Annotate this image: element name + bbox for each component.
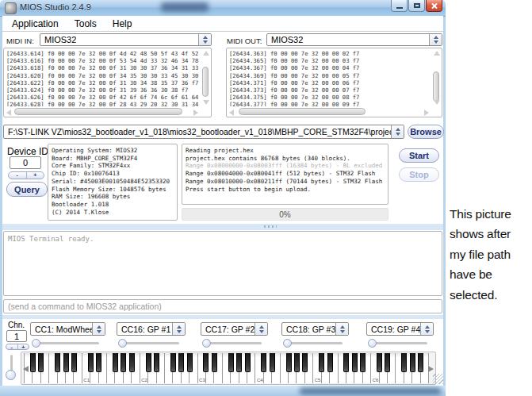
horizontal-scrollbar[interactable] [228,107,431,116]
piano-keyboard[interactable]: C1C2C3C4C5C6 [21,352,436,385]
decrement-button[interactable]: - [9,172,26,179]
start-button[interactable]: Start [399,148,439,163]
scrollbar-thumb[interactable] [14,108,182,115]
cc-slider-track[interactable] [120,342,179,344]
scroll-left-icon[interactable] [229,110,234,116]
black-key[interactable] [228,353,234,372]
black-key[interactable] [385,353,390,372]
menu-help[interactable]: Help [110,17,135,31]
scroll-up-icon[interactable] [434,51,440,56]
black-key[interactable] [113,353,118,372]
vertical-scrollbar[interactable] [431,49,441,106]
close-button[interactable] [426,0,442,12]
midi-out-monitor[interactable]: [26434.363] f0 00 00 7e 32 00 00 02 f7[2… [226,48,442,117]
terminal-command-input[interactable]: (send a command to MIOS32 application) [3,299,442,313]
black-key[interactable] [71,353,77,372]
scroll-up-icon[interactable] [203,51,209,56]
menu-tools[interactable]: Tools [72,17,99,31]
black-key[interactable] [88,353,94,372]
cc-slider-track[interactable] [33,342,99,344]
cc-slider-thumb[interactable] [118,339,127,348]
octave-right-icon[interactable] [428,366,434,372]
black-key[interactable] [261,353,266,372]
maximize-button[interactable] [408,0,425,12]
updown-icon[interactable] [172,323,185,335]
updown-icon[interactable] [255,323,267,335]
velocity-slider-thumb[interactable] [6,370,16,380]
black-key[interactable] [203,353,209,372]
updown-icon[interactable] [335,323,348,335]
scroll-right-icon[interactable] [193,110,198,116]
black-key[interactable] [401,353,407,372]
cc-select-2[interactable]: CC16: GP #1 [117,322,186,336]
scrollbar-thumb[interactable] [433,71,439,102]
updown-icon[interactable] [391,125,404,138]
black-key[interactable] [286,353,292,372]
cc-slider-track[interactable] [369,342,427,344]
black-key[interactable] [178,353,184,372]
black-key[interactable] [294,353,300,372]
increment-button[interactable]: + [17,344,29,349]
midi-in-monitor[interactable]: [26433.614] f0 00 00 7e 32 00 0f 4d 42 4… [3,48,212,117]
updown-icon[interactable] [429,34,442,45]
black-key[interactable] [352,353,358,372]
midi-out-select[interactable]: MIOS32 [266,33,442,46]
black-key[interactable] [212,353,217,372]
black-key[interactable] [55,353,60,372]
black-key[interactable] [245,353,251,372]
scroll-down-icon[interactable] [434,100,440,105]
updown-icon[interactable] [92,323,105,335]
updown-icon[interactable] [420,323,433,335]
scroll-left-icon[interactable] [6,110,11,116]
increment-button[interactable]: + [26,172,44,179]
black-key[interactable] [63,353,69,372]
mios-terminal-pane[interactable]: MIOS Terminal ready. [3,231,442,296]
black-key[interactable] [418,353,423,372]
stop-button[interactable]: Stop [399,167,439,182]
scrollbar-thumb[interactable] [202,67,209,97]
cc-select-1[interactable]: CC1: ModWheel [30,322,105,336]
cc-select-4[interactable]: CC18: GP #3 [281,322,349,336]
query-button[interactable]: Query [6,182,48,197]
device-id-stepper[interactable]: - + [8,171,44,179]
cc-slider-thumb[interactable] [32,339,40,348]
black-key[interactable] [360,353,366,372]
black-key[interactable] [146,353,151,372]
decrement-button[interactable]: - [6,344,17,349]
black-key[interactable] [343,353,349,372]
channel-stepper[interactable]: - + [6,344,29,350]
black-key[interactable] [302,353,308,372]
device-id-value[interactable]: 0 [10,156,41,169]
hex-file-path-select[interactable]: F:\ST-LINK VZ\mios32_bootloader_v1_018\m… [3,125,404,139]
cc-slider-track[interactable] [285,342,343,344]
black-key[interactable] [327,353,333,372]
titlebar[interactable]: MIOS Studio 2.4.9 [0,0,446,17]
horizontal-splitter[interactable] [2,224,443,230]
scroll-right-icon[interactable] [424,110,429,116]
cc-slider-thumb[interactable] [368,339,377,348]
scroll-down-icon[interactable] [203,100,209,105]
cc-slider-thumb[interactable] [202,339,211,348]
black-key[interactable] [38,353,44,372]
menu-application[interactable]: Application [10,17,61,31]
updown-icon[interactable] [198,34,211,45]
black-key[interactable] [170,353,176,372]
black-key[interactable] [270,353,275,372]
black-key[interactable] [154,353,159,372]
resize-grip-icon[interactable] [433,374,443,384]
black-key[interactable] [187,353,193,372]
horizontal-scrollbar[interactable] [5,107,200,116]
cc-slider-thumb[interactable] [283,339,292,348]
black-key[interactable] [410,353,415,372]
black-key[interactable] [30,353,36,372]
horizontal-splitter[interactable] [2,315,443,319]
black-key[interactable] [236,353,242,372]
vertical-scrollbar[interactable] [201,49,210,106]
black-key[interactable] [319,353,324,372]
scrollbar-thumb[interactable] [239,108,366,115]
channel-value[interactable]: 1 [6,330,27,342]
keyboard-keys[interactable]: C1C2C3C4C5C6 [24,353,429,383]
midi-in-select[interactable]: MIOS32 [40,33,212,46]
black-key[interactable] [129,353,135,372]
black-key[interactable] [96,353,101,372]
